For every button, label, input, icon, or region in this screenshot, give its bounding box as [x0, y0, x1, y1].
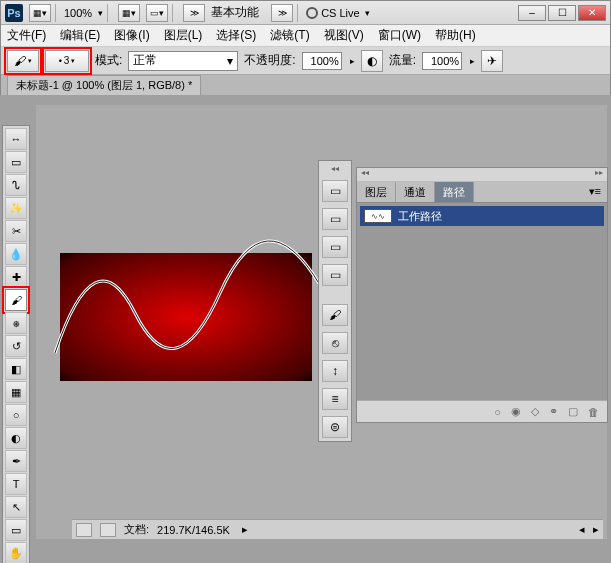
eyedropper-tool[interactable]: 💧	[5, 243, 27, 265]
mode-label: 模式:	[95, 52, 122, 69]
doc-size-value: 219.7K/146.5K	[157, 524, 230, 536]
opacity-flyout[interactable]: ▸	[350, 56, 355, 66]
sb-button-2[interactable]	[100, 523, 116, 537]
menu-filter[interactable]: 滤镜(T)	[270, 27, 309, 44]
wand-tool[interactable]: ✨	[5, 197, 27, 219]
brush-tool[interactable]: 🖌	[5, 289, 27, 311]
flow-flyout[interactable]: ▸	[470, 56, 475, 66]
app-icon: Ps	[5, 4, 23, 22]
menu-window[interactable]: 窗口(W)	[378, 27, 421, 44]
history-brush-tool[interactable]: ↺	[5, 335, 27, 357]
workspace: ↔ ▭ ᔐ ✨ ✂ 💧 ✚ 🖌 ⎈ ↺ ◧ ▦ ○ ◐ ✒ T ↖ ▭ ✋ 🔍 …	[0, 95, 611, 563]
menu-view[interactable]: 视图(V)	[324, 27, 364, 44]
paths-panel: ◂◂▸▸ 图层 通道 路径 ▾≡ ∿∿ 工作路径 ○ ◉ ◇ ⚭ ▢ 🗑	[356, 167, 608, 423]
panel-tabs: 图层 通道 路径 ▾≡	[357, 182, 607, 202]
hand-tool[interactable]: ✋	[5, 542, 27, 563]
blend-mode-dropdown[interactable]: 正常▾	[128, 51, 238, 71]
marquee-tool[interactable]: ▭	[5, 151, 27, 173]
document-tab[interactable]: 未标题-1 @ 100% (图层 1, RGB/8) *	[7, 75, 201, 95]
dodge-tool[interactable]: ◐	[5, 427, 27, 449]
opacity-input[interactable]: 100%	[302, 52, 342, 70]
expand-button[interactable]: ≫	[183, 4, 205, 22]
dock-icon-2[interactable]: ▭	[322, 208, 348, 230]
menu-bar: 文件(F) 编辑(E) 图像(I) 图层(L) 选择(S) 滤镜(T) 视图(V…	[1, 25, 610, 47]
sb-button-1[interactable]	[76, 523, 92, 537]
dock-icon-3[interactable]: ▭	[322, 236, 348, 258]
scroll-left[interactable]: ◂	[579, 523, 585, 536]
menu-file[interactable]: 文件(F)	[7, 27, 46, 44]
dock-icon-1[interactable]: ▭	[322, 180, 348, 202]
tab-channels[interactable]: 通道	[396, 182, 435, 202]
scroll-right[interactable]: ▸	[593, 523, 599, 536]
dock-icon-4[interactable]: ▭	[322, 264, 348, 286]
move-tool[interactable]: ↔	[5, 128, 27, 150]
brush-size-picker[interactable]: • 3 ▾	[45, 50, 89, 72]
airbrush-button[interactable]: ✈	[481, 50, 503, 72]
blur-tool[interactable]: ○	[5, 404, 27, 426]
status-bar: 文档: 219.7K/146.5K ▸ ◂ ▸	[72, 519, 603, 539]
new-path-button[interactable]: ▢	[568, 405, 578, 418]
close-button[interactable]: ✕	[578, 5, 606, 21]
menu-layer[interactable]: 图层(L)	[164, 27, 203, 44]
path-curve	[60, 253, 312, 381]
heal-tool[interactable]: ✚	[5, 266, 27, 288]
menu-help[interactable]: 帮助(H)	[435, 27, 476, 44]
paths-panel-footer: ○ ◉ ◇ ⚭ ▢ 🗑	[357, 400, 607, 422]
flow-label: 流量:	[389, 52, 416, 69]
dock-icon-5[interactable]: 🖌	[322, 304, 348, 326]
doc-size-label: 文档:	[124, 522, 149, 537]
screenmode-button[interactable]: ▭▾	[146, 4, 168, 22]
make-work-path-button[interactable]: ⚭	[549, 405, 558, 418]
arrange-button[interactable]: ▦▾	[118, 4, 140, 22]
tablet-opacity-button[interactable]: ◐	[361, 50, 383, 72]
gradient-tool[interactable]: ▦	[5, 381, 27, 403]
brush-icon: 🖌	[14, 54, 26, 68]
canvas-viewport[interactable]: ◂◂ ▭ ▭ ▭ ▭ 🖌 ⎋ ↕ ≡ ⊜ ◂◂▸▸ 图层 通道 路径 ▾≡ ∿∿	[36, 105, 607, 539]
title-bar: Ps ▦▾ 100%▾ ▦▾ ▭▾ ≫ 基本功能 ≫ CS Live▾ – ☐ …	[1, 1, 610, 25]
flow-input[interactable]: 100%	[422, 52, 462, 70]
zoom-level[interactable]: 100%	[64, 7, 92, 19]
collapsed-panel-dock: ◂◂ ▭ ▭ ▭ ▭ 🖌 ⎋ ↕ ≡ ⊜	[318, 160, 352, 442]
dock-icon-9[interactable]: ⊜	[322, 416, 348, 438]
pen-tool[interactable]: ✒	[5, 450, 27, 472]
options-bar: 🖌▾ • 3 ▾ 模式: 正常▾ 不透明度: 100%▸ ◐ 流量: 100%▸…	[1, 47, 610, 75]
minimize-button[interactable]: –	[518, 5, 546, 21]
fill-path-button[interactable]: ○	[494, 406, 501, 418]
paths-list[interactable]: ∿∿ 工作路径	[357, 202, 607, 400]
canvas[interactable]	[60, 253, 312, 381]
panel-menu-button[interactable]: ▾≡	[583, 182, 607, 202]
maximize-button[interactable]: ☐	[548, 5, 576, 21]
eraser-tool[interactable]: ◧	[5, 358, 27, 380]
toolbox: ↔ ▭ ᔐ ✨ ✂ 💧 ✚ 🖌 ⎈ ↺ ◧ ▦ ○ ◐ ✒ T ↖ ▭ ✋ 🔍	[2, 125, 30, 563]
path-name: 工作路径	[398, 209, 442, 224]
workspace-more-button[interactable]: ≫	[271, 4, 293, 22]
cslive-icon	[306, 7, 318, 19]
cslive-button[interactable]: CS Live▾	[306, 7, 370, 19]
stroke-path-button[interactable]: ◉	[511, 405, 521, 418]
path-select-tool[interactable]: ↖	[5, 496, 27, 518]
path-thumbnail: ∿∿	[364, 209, 392, 223]
dock-icon-7[interactable]: ↕	[322, 360, 348, 382]
status-flyout[interactable]: ▸	[242, 523, 248, 536]
dock-icon-8[interactable]: ≡	[322, 388, 348, 410]
panel-grip[interactable]: ◂◂▸▸	[357, 168, 607, 182]
menu-select[interactable]: 选择(S)	[216, 27, 256, 44]
menu-image[interactable]: 图像(I)	[114, 27, 149, 44]
menu-edit[interactable]: 编辑(E)	[60, 27, 100, 44]
tab-paths[interactable]: 路径	[435, 182, 474, 202]
crop-tool[interactable]: ✂	[5, 220, 27, 242]
lasso-tool[interactable]: ᔐ	[5, 174, 27, 196]
stamp-tool[interactable]: ⎈	[5, 312, 27, 334]
dock-icon-6[interactable]: ⎋	[322, 332, 348, 354]
type-tool[interactable]: T	[5, 473, 27, 495]
selection-from-path-button[interactable]: ◇	[531, 405, 539, 418]
path-row-work[interactable]: ∿∿ 工作路径	[360, 206, 604, 226]
bridge-button[interactable]: ▦▾	[29, 4, 51, 22]
workspace-label[interactable]: 基本功能	[211, 4, 259, 21]
dock-grip[interactable]: ◂◂	[322, 164, 348, 174]
tab-layers[interactable]: 图层	[357, 182, 396, 202]
shape-tool[interactable]: ▭	[5, 519, 27, 541]
delete-path-button[interactable]: 🗑	[588, 406, 599, 418]
opacity-label: 不透明度:	[244, 52, 295, 69]
tool-preset-picker[interactable]: 🖌▾	[7, 50, 39, 72]
